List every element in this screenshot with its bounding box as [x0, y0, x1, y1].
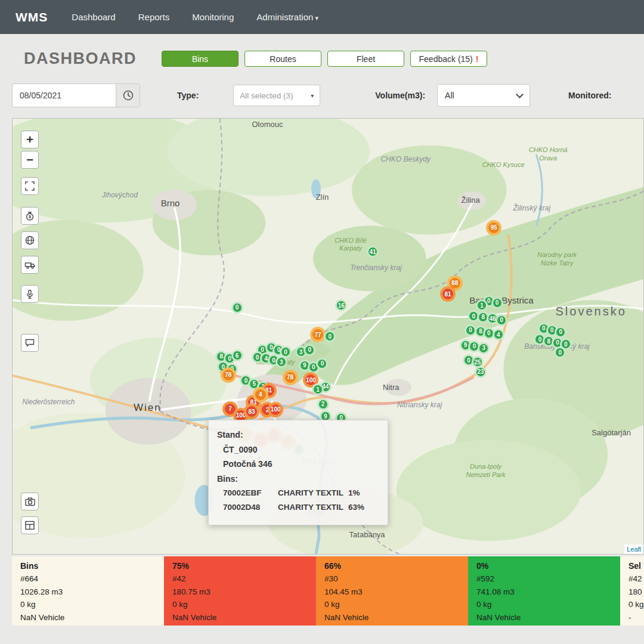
map-marker[interactable]: 77 — [310, 327, 326, 342]
truck-icon — [24, 259, 36, 271]
stat-column: Bins#6641026.28 m30 kgNaN Vehicle — [12, 556, 164, 626]
stat-column: Sel#421800 kg- — [620, 556, 644, 626]
tab-label: Bins — [192, 54, 208, 64]
map-marker[interactable]: 78 — [283, 370, 298, 385]
type-dropdown-value: All selected (3) — [240, 91, 311, 100]
tab-fleet[interactable]: Fleet — [327, 51, 404, 67]
map-marker[interactable]: 0 — [304, 344, 315, 356]
map-marker[interactable]: 23 — [475, 366, 487, 378]
map-marker[interactable]: 78 — [221, 367, 236, 383]
stat-column: 0%#592741.08 m30 kgNaN Vehicle — [468, 556, 620, 626]
zoom-in-button[interactable]: + — [21, 131, 39, 148]
nav-item-administration[interactable]: Administration ▾ — [256, 12, 318, 22]
map-marker[interactable]: 0 — [491, 297, 503, 309]
stat-column: 75%#42180.75 m30 kgNaN Vehicle — [164, 556, 316, 626]
page-title: DASHBOARD — [24, 49, 137, 68]
volume-select-value: All — [445, 91, 517, 100]
tab-routes[interactable]: Routes — [244, 51, 321, 67]
map-marker[interactable]: 0 — [554, 346, 566, 358]
stat-title: 75% — [172, 561, 308, 571]
vehicle-filter-button[interactable] — [21, 256, 39, 274]
map-marker[interactable]: 1 — [476, 299, 488, 311]
fullscreen-button[interactable] — [21, 177, 39, 195]
map-marker[interactable]: 0 — [324, 330, 336, 342]
chevron-down-icon: ▾ — [313, 14, 318, 21]
map-marker[interactable]: 0 — [496, 314, 507, 326]
stat-vehicle: NaN Vehicle — [20, 611, 156, 624]
map-marker[interactable]: 0 — [555, 326, 566, 338]
filter-bar: 08/05/2021 Type: All selected (3) ▾ Volu… — [12, 83, 632, 107]
dashboard-header: DASHBOARD BinsRoutesFleetFeedback (15)! — [0, 34, 644, 75]
nav-item-reports[interactable]: Reports — [138, 12, 170, 22]
popup-address: Potočná 346 — [217, 457, 378, 472]
fullscreen-icon — [25, 181, 35, 191]
map-marker[interactable]: 100 — [268, 402, 283, 417]
snapshot-button[interactable] — [21, 493, 39, 510]
map-marker[interactable]: 0 — [231, 302, 243, 314]
tab-label: Feedback (15) — [419, 54, 473, 64]
nav-menu: DashboardReportsMonitoringAdministration… — [72, 12, 318, 22]
map-marker[interactable]: 83 — [244, 404, 259, 419]
stat-count: #42 — [172, 572, 308, 586]
stat-volume: 180.75 m3 — [172, 586, 308, 599]
stat-vehicle: - — [628, 611, 644, 624]
popup-bin-row: 70002EBFCHARITY TEXTIL1% — [217, 486, 378, 500]
stat-vehicle: NaN Vehicle — [172, 611, 308, 624]
map[interactable]: avaOlomoucBrnoZlínŽilinaŽilinský krajCHK… — [12, 118, 644, 555]
nav-item-monitoring[interactable]: Monitoring — [192, 12, 234, 22]
map-marker[interactable]: 4 — [253, 387, 268, 402]
map-marker[interactable]: 0 — [316, 358, 328, 370]
layout-grid-icon — [24, 520, 35, 531]
money-filter-button[interactable]: $ — [21, 207, 39, 225]
map-marker[interactable]: 3 — [275, 356, 287, 368]
volume-select[interactable]: All — [437, 84, 530, 107]
type-label: Type: — [177, 91, 199, 100]
map-marker[interactable]: 2 — [317, 398, 329, 410]
popup-stand-label: Stand: — [217, 428, 378, 442]
view-tabs: BinsRoutesFleetFeedback (15)! — [162, 51, 487, 67]
map-marker[interactable]: 81 — [440, 286, 456, 302]
stat-count: #664 — [20, 572, 156, 586]
stat-count: #30 — [324, 572, 460, 586]
zoom-out-button[interactable]: − — [21, 151, 39, 169]
monitored-label: Monitored: — [568, 91, 611, 100]
microphone-filter-button[interactable] — [21, 285, 39, 303]
tab-label: Routes — [270, 54, 296, 64]
stat-title: 66% — [324, 561, 460, 571]
globe-filter-button[interactable] — [21, 231, 39, 249]
camera-icon — [24, 496, 36, 507]
map-marker[interactable]: 3 — [478, 342, 490, 354]
stat-vehicle: NaN Vehicle — [476, 611, 612, 624]
app-logo[interactable]: WMS — [16, 10, 48, 24]
tab-bins[interactable]: Bins — [162, 51, 239, 67]
map-marker[interactable]: 6 — [231, 349, 243, 361]
layout-button[interactable] — [21, 516, 39, 534]
stat-weight: 0 kg — [628, 598, 644, 611]
feedback-map-button[interactable] — [21, 334, 39, 352]
stat-volume: 741.08 m3 — [476, 586, 612, 599]
date-value[interactable]: 08/05/2021 — [13, 91, 116, 100]
map-attribution[interactable]: Leafl — [624, 544, 643, 554]
chevron-down-icon — [516, 91, 524, 98]
type-dropdown[interactable]: All selected (3) ▾ — [233, 85, 320, 106]
tab-feedback[interactable]: Feedback (15)! — [410, 51, 487, 67]
map-marker[interactable]: 1 — [312, 383, 324, 395]
map-marker[interactable]: 16 — [335, 299, 347, 311]
nav-item-dashboard[interactable]: Dashboard — [72, 12, 115, 22]
map-marker[interactable]: 41 — [367, 246, 379, 258]
speech-bubble-icon — [24, 338, 35, 348]
microphone-icon — [24, 289, 35, 299]
popup-stand-id: ČT_0090 — [217, 442, 378, 457]
stat-weight: 0 kg — [324, 598, 460, 611]
map-marker[interactable]: 95 — [486, 220, 501, 236]
tab-label: Fleet — [357, 54, 375, 64]
money-bag-icon: $ — [24, 210, 35, 221]
stat-count: #42 — [628, 572, 644, 586]
date-picker[interactable]: 08/05/2021 — [12, 83, 140, 107]
map-popup: Stand: ČT_0090 Potočná 346 Bins: 70002EB… — [208, 420, 388, 525]
stat-weight: 0 kg — [476, 598, 612, 611]
clock-icon[interactable] — [116, 84, 140, 107]
map-marker[interactable]: 4 — [493, 329, 504, 340]
stat-volume: 104.45 m3 — [324, 586, 460, 599]
stat-vehicle: NaN Vehicle — [324, 611, 460, 624]
